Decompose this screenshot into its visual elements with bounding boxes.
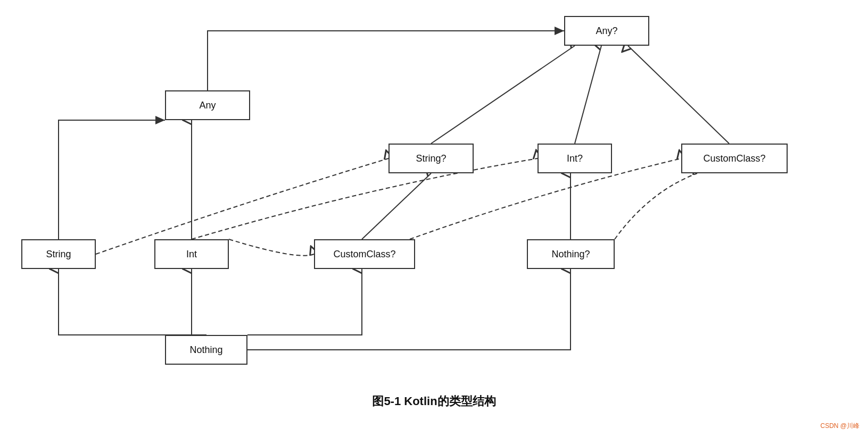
svg-line-3	[575, 46, 601, 144]
diagram: Any? Any String? Int? CustomClass? Strin…	[0, 0, 868, 415]
node-any: Any	[165, 90, 250, 120]
svg-line-2	[431, 46, 575, 144]
svg-line-5	[362, 173, 431, 239]
connections-svg	[0, 0, 868, 415]
node-intQ: Int?	[538, 144, 612, 173]
watermark: CSDN @川峰	[820, 422, 859, 431]
node-string: String	[21, 239, 96, 269]
svg-line-4	[628, 46, 729, 144]
diagram-caption: 图5-1 Kotlin的类型结构	[0, 393, 868, 409]
node-stringQ: String?	[388, 144, 474, 173]
node-customclassQ-bot: CustomClass?	[314, 239, 415, 269]
node-nothingQ: Nothing?	[527, 239, 615, 269]
node-customclassQ-top: CustomClass?	[681, 144, 788, 173]
node-int: Int	[154, 239, 229, 269]
node-nothing: Nothing	[165, 335, 247, 365]
node-anyQ: Any?	[564, 16, 649, 46]
